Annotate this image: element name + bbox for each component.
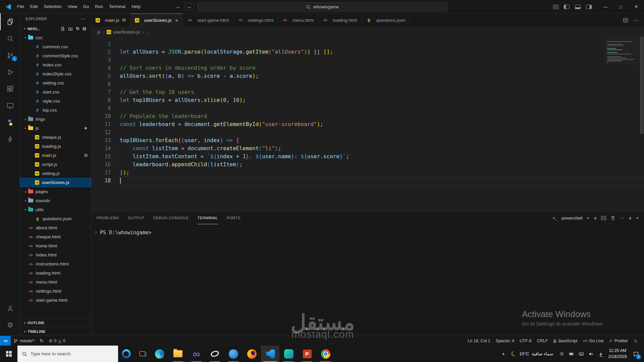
tree-file-main.js[interactable]: JSmain.jsM [20, 151, 91, 160]
tree-file-style.css[interactable]: #style.css [20, 97, 91, 106]
menu-selection[interactable]: Selection [41, 2, 64, 11]
taskbar-app-file-explorer[interactable] [169, 346, 187, 362]
explorer-activity-icon[interactable] [0, 13, 20, 30]
battery-icon[interactable] [569, 351, 574, 357]
tab-menu.html[interactable]: <>menu.html [278, 13, 318, 27]
forward-icon[interactable]: → [184, 3, 194, 10]
tree-file-home.html[interactable]: <>home.html [20, 241, 91, 250]
menu-edit[interactable]: Edit [27, 2, 41, 11]
tree-file-commonStyle.css[interactable]: #commonStyle.css [20, 51, 91, 60]
wifi-icon[interactable] [559, 351, 565, 357]
panel-tab-ports[interactable]: PORTS [227, 212, 240, 224]
new-folder-icon[interactable] [68, 26, 73, 31]
tree-folder-utils[interactable]: ›utils [20, 205, 91, 214]
thunder-client-activity-icon[interactable] [0, 131, 20, 147]
cortana-button[interactable] [118, 346, 134, 362]
taskbar-app-vscode[interactable] [261, 346, 279, 362]
taskbar-app-edge[interactable] [150, 346, 169, 362]
close-icon[interactable]: × [175, 17, 178, 23]
keyboard-language[interactable]: ع [597, 351, 605, 357]
weather-widget[interactable]: ☾ 15°C سماء صافية [508, 350, 556, 358]
tree-file-instructions.html[interactable]: <>instructions.html [20, 259, 91, 268]
panel-tab-output[interactable]: OUTPUT [128, 212, 145, 224]
shell-selector[interactable]: powershell [561, 216, 582, 221]
customize-layout-icon[interactable] [553, 5, 558, 9]
taskbar-search[interactable]: Type here to search [17, 346, 118, 362]
indentation-setting[interactable]: Spaces: 4 [493, 336, 517, 346]
python-activity-icon[interactable] [0, 114, 20, 131]
menu-file[interactable]: File [14, 2, 27, 11]
terminal-content[interactable]: PS D:\whowingame> [91, 224, 644, 336]
panel-more-actions-icon[interactable]: ⋯ [620, 216, 624, 221]
kill-terminal-icon[interactable] [610, 216, 615, 221]
code-editor[interactable]: 123456789101112131415161718 let allUsers… [91, 37, 644, 212]
tree-file-setting.css[interactable]: #setting.css [20, 78, 91, 87]
command-center-search[interactable]: whowingame [197, 2, 447, 11]
touch-keyboard-icon[interactable] [579, 351, 584, 357]
taskbar-app-visual-studio[interactable] [187, 346, 206, 362]
collapse-folders-icon[interactable]: ⊟ [83, 26, 86, 31]
task-view-button[interactable] [134, 346, 150, 362]
git-branch-item[interactable]: master* [11, 336, 37, 346]
extensions-activity-icon[interactable] [0, 80, 20, 97]
volume-muted-icon[interactable] [588, 351, 594, 357]
tab-userScores.js[interactable]: JSuserScores.js× [130, 13, 183, 27]
split-editor-icon[interactable] [623, 18, 628, 22]
prettier-status[interactable]: ✓ Prettier [606, 336, 631, 346]
tree-file-common.css[interactable]: #common.css [20, 42, 91, 51]
back-icon[interactable]: ← [176, 4, 181, 10]
sync-changes-button[interactable]: ↻ [37, 336, 46, 346]
breadcrumb-file[interactable]: userScores.js [113, 29, 140, 35]
toggle-sidebar-icon[interactable] [564, 5, 570, 9]
taskbar-app-chrome[interactable] [316, 346, 335, 362]
tree-file-menu.html[interactable]: <>menu.html [20, 278, 91, 287]
tree-file-questions.json[interactable]: {}questions.json [20, 214, 91, 223]
go-live-button[interactable]: Go Live [580, 336, 606, 346]
tree-file-cheque.js[interactable]: JScheque.js [20, 133, 91, 142]
tree-file-start-game.html[interactable]: <>start-game.html [20, 296, 91, 305]
menu-go[interactable]: Go [80, 2, 92, 11]
tree-folder-pages[interactable]: ›pages [20, 187, 91, 196]
new-terminal-icon[interactable]: + [587, 216, 589, 221]
maximize-button[interactable]: □ [613, 0, 629, 13]
tree-file-script.js[interactable]: JSscript.js [20, 160, 91, 169]
minimize-button[interactable]: — [598, 0, 613, 13]
cursor-position[interactable]: Ln 18, Col 1 [465, 336, 493, 346]
new-file-icon[interactable] [60, 26, 65, 31]
taskbar-app-oval-app[interactable] [206, 346, 224, 362]
tree-file-about.html[interactable]: <>about.html [20, 223, 91, 232]
tree-file-loading.js[interactable]: JSloading.js [20, 142, 91, 151]
tab-settings.html[interactable]: <>settings.html [233, 13, 278, 27]
taskbar-app-firefox[interactable] [243, 346, 261, 362]
tree-file-index.html[interactable]: <>index.html [20, 250, 91, 259]
problems-indicator[interactable]: ⊘ 0 △ 0 [46, 336, 68, 346]
accounts-icon[interactable] [0, 300, 20, 317]
terminal-dropdown-icon[interactable]: ∨ [594, 216, 597, 221]
tree-file-loading.html[interactable]: <>loading.html [20, 268, 91, 278]
eol-setting[interactable]: CRLF [534, 336, 551, 346]
tree-file-top.css[interactable]: #top.css [20, 106, 91, 115]
close-panel-icon[interactable]: × [636, 216, 639, 221]
maximize-panel-icon[interactable]: ∧ [629, 216, 632, 221]
tab-questions.json[interactable]: {}questions.json [362, 13, 410, 27]
split-terminal-icon[interactable] [601, 216, 606, 220]
close-button[interactable]: × [629, 0, 644, 13]
breadcrumb-symbol[interactable]: ... [146, 29, 150, 35]
toggle-secondary-sidebar-icon[interactable] [586, 5, 592, 9]
tree-file-index.css[interactable]: #index.css [20, 60, 91, 69]
tab-loading.html[interactable]: <>loading.html [318, 13, 362, 27]
panel-tab-terminal[interactable]: TERMINAL [197, 212, 218, 224]
toggle-panel-icon[interactable] [575, 5, 581, 9]
panel-tab-debug-console[interactable]: DEBUG CONSOLE [153, 212, 189, 224]
menu-help[interactable]: Help [128, 2, 144, 11]
tree-file-userScores.js[interactable]: JSuserScores.js [20, 178, 91, 187]
tab-main.js[interactable]: JSmain.jsM [91, 13, 130, 27]
tab-start-game.html[interactable]: <>start-game.html [183, 13, 233, 27]
tree-file-setting.js[interactable]: JSsetting.js [20, 169, 91, 178]
panel-tab-problems[interactable]: PROBLEMS [97, 212, 119, 224]
scrollbar-thumb[interactable] [640, 37, 644, 134]
tree-file-cheque.html[interactable]: <>cheque.html [20, 232, 91, 241]
run-debug-activity-icon[interactable] [0, 64, 20, 80]
taskbar-app-powerpoint[interactable] [298, 346, 316, 362]
encoding-setting[interactable]: UTF-8 [517, 336, 534, 346]
